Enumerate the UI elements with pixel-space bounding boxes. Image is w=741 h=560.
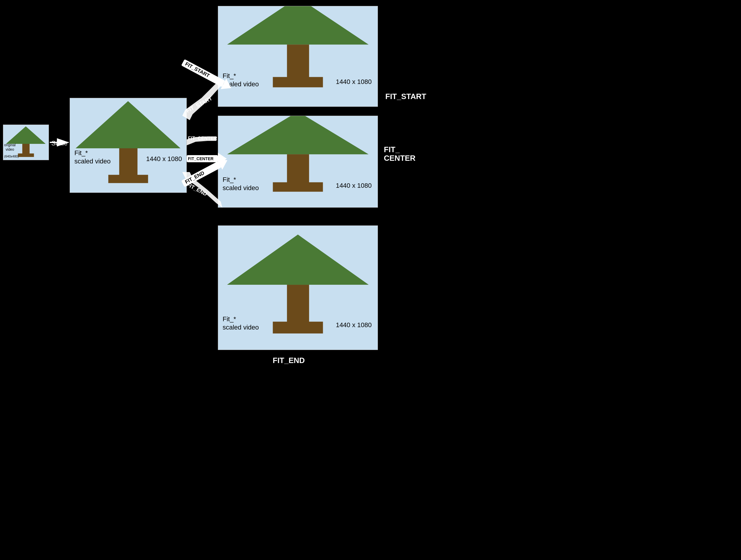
fit-start-frame: Fit_*scaled video 1440 x 1080 xyxy=(218,6,378,107)
original-video-frame: originalvideo (640x480) xyxy=(3,125,49,160)
svg-text:FIT_START: FIT_START xyxy=(185,96,213,114)
original-video-label: originalvideo xyxy=(4,143,16,151)
scaled-video-label: Fit_*scaled video xyxy=(74,149,111,166)
fit-end-arrow: FIT_END xyxy=(182,172,222,208)
svg-marker-3 xyxy=(76,101,181,148)
fit-end-frame: Fit_*scaled video 1440 x 1080 xyxy=(218,226,378,350)
svg-rect-2 xyxy=(18,153,34,157)
fit-end-label: Fit_*scaled video xyxy=(222,315,259,332)
fit-center-dimension: 1440 x 1080 xyxy=(336,182,372,190)
svg-rect-5 xyxy=(108,175,148,183)
fit-end-mode-label: FIT_END xyxy=(273,356,305,365)
svg-rect-14 xyxy=(273,321,323,333)
fit-center-mode-label: FIT_CENTER xyxy=(384,145,415,162)
svg-text:FIT_END: FIT_END xyxy=(186,182,208,197)
svg-marker-9 xyxy=(227,116,369,154)
fit-start-mode-label: FIT_START xyxy=(385,92,426,101)
svg-rect-10 xyxy=(287,154,309,184)
svg-marker-6 xyxy=(227,6,368,45)
svg-marker-17 xyxy=(182,80,222,120)
fit-start-dimension: 1440 x 1080 xyxy=(336,78,372,86)
fit-center-arrow: FIT_CENTER xyxy=(187,136,217,145)
original-video-dimensions: (640x480) xyxy=(4,154,19,159)
svg-text:FIT_CENTER: FIT_CENTER xyxy=(188,136,217,141)
fit-end-dimension: 1440 x 1080 xyxy=(336,321,372,329)
fit-start-arrow: FIT_START xyxy=(182,80,222,120)
svg-rect-8 xyxy=(273,77,323,87)
scaled-video-dimension: 1440 x 1080 xyxy=(146,155,182,163)
fit-center-label: Fit_*scaled video xyxy=(222,176,259,192)
fit-start-label: Fit_*scaled video xyxy=(222,72,259,89)
svg-rect-7 xyxy=(287,45,309,78)
fit-center-frame: Fit_*scaled video 1440 x 1080 xyxy=(218,116,378,208)
scale-label: Scale xyxy=(51,139,68,147)
svg-marker-0 xyxy=(6,126,46,144)
svg-rect-4 xyxy=(119,148,138,176)
svg-rect-1 xyxy=(22,144,29,154)
svg-marker-21 xyxy=(182,172,222,208)
diagram-container: originalvideo (640x480) Scale Fit_*scale… xyxy=(0,0,741,560)
scaled-video-frame: Fit_*scaled video 1440 x 1080 xyxy=(70,98,187,193)
svg-marker-19 xyxy=(187,136,216,145)
svg-rect-11 xyxy=(273,182,323,192)
svg-rect-13 xyxy=(287,285,309,323)
svg-marker-12 xyxy=(227,235,369,285)
